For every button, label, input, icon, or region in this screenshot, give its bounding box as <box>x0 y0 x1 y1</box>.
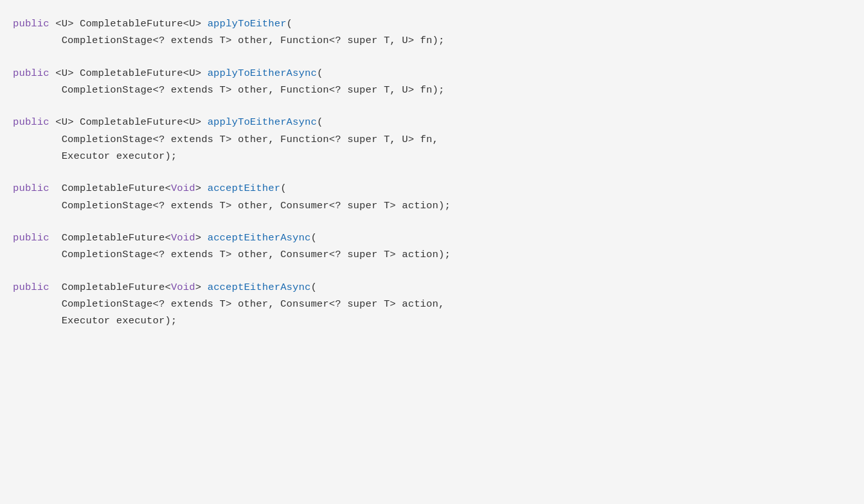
code-line: CompletionStage<? extends T> other, Cons… <box>13 246 851 263</box>
code-block-2: public <U> CompletableFuture<U> applyToE… <box>13 65 851 99</box>
code-block-3: public <U> CompletableFuture<U> applyToE… <box>13 114 851 165</box>
code-block-5: public CompletableFuture<Void> acceptEit… <box>13 230 851 264</box>
code-line: public CompletableFuture<Void> acceptEit… <box>13 180 851 197</box>
code-line: Executor executor); <box>13 312 851 329</box>
code-line: public <U> CompletableFuture<U> applyToE… <box>13 15 851 32</box>
code-line: CompletionStage<? extends T> other, Func… <box>13 32 851 49</box>
code-line: Executor executor); <box>13 148 851 165</box>
code-line: CompletionStage<? extends T> other, Func… <box>13 131 851 148</box>
code-line: public CompletableFuture<Void> acceptEit… <box>13 279 851 296</box>
code-line: public <U> CompletableFuture<U> applyToE… <box>13 114 851 130</box>
code-block-4: public CompletableFuture<Void> acceptEit… <box>13 180 851 214</box>
code-line: CompletionStage<? extends T> other, Cons… <box>13 296 851 312</box>
code-block-6: public CompletableFuture<Void> acceptEit… <box>13 279 851 330</box>
code-container: public <U> CompletableFuture<U> applyToE… <box>0 0 864 504</box>
code-line: public <U> CompletableFuture<U> applyToE… <box>13 65 851 82</box>
code-line: public CompletableFuture<Void> acceptEit… <box>13 230 851 246</box>
code-line: CompletionStage<? extends T> other, Cons… <box>13 197 851 214</box>
code-line: CompletionStage<? extends T> other, Func… <box>13 82 851 98</box>
code-block-1: public <U> CompletableFuture<U> applyToE… <box>13 15 851 50</box>
